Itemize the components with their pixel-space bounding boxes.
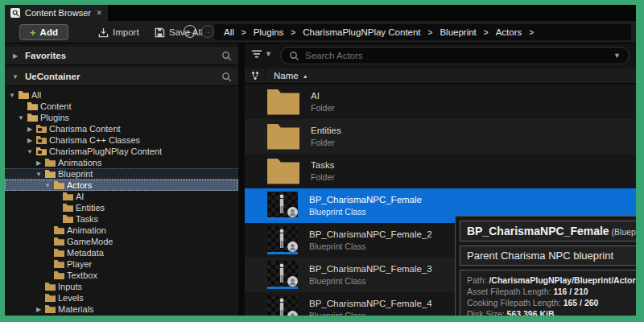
column-header-name[interactable]: Name ▲	[274, 71, 308, 80]
expander-icon[interactable]: ▼	[8, 92, 16, 99]
expander-icon[interactable]: ▼	[17, 114, 25, 122]
asset-name: AI	[311, 90, 335, 102]
expander-icon[interactable]: ▼	[43, 182, 52, 189]
hierarchy-icon[interactable]	[245, 68, 266, 84]
add-button-label: Add	[40, 27, 58, 37]
expander-icon[interactable]: ▶	[26, 126, 34, 133]
tree-item-label: Materials	[58, 304, 94, 314]
expander-icon[interactable]: ▼	[11, 73, 19, 80]
save-icon	[155, 27, 165, 38]
folder-icon	[45, 294, 56, 302]
tree-item-inputs[interactable]: Inputs	[5, 281, 238, 292]
sidebar-section-uecontainer[interactable]: ▼ UeContainer	[5, 68, 238, 86]
tree-item-content[interactable]: Content	[5, 101, 238, 112]
forward-button[interactable]: →	[201, 25, 214, 38]
tree-item-animation[interactable]: Animation	[5, 225, 238, 236]
tooltip-title-suffix: (Blueprint Class)	[609, 227, 636, 237]
asset-name: Tasks	[311, 159, 335, 171]
tree-item-label: Plugins	[40, 113, 69, 122]
sidebar: ▶ Favorites ▼ UeContainer ▼All Content	[5, 43, 238, 316]
section-label: UeContainer	[25, 72, 216, 81]
tree-item-animations[interactable]: ▶Animations	[5, 157, 238, 168]
tree-item-player[interactable]: Player	[5, 258, 238, 270]
expander-icon[interactable]: ▶	[35, 159, 43, 167]
asset-type: Blueprint Class	[309, 241, 432, 252]
expander-icon[interactable]: ▶	[26, 137, 34, 144]
tree-item-label: Actors	[67, 180, 92, 190]
breadcrumb-separator-icon: >	[242, 28, 246, 37]
tree-item-charisma-content[interactable]: ▶Charisma Content	[5, 123, 238, 134]
content-browser-icon	[10, 8, 20, 18]
tree-item-textbox[interactable]: Textbox	[5, 270, 238, 281]
tab-bar: Content Browser ✕	[5, 5, 636, 21]
breadcrumb-item-charismaplugnplay-content[interactable]: CharismaPlugNPlay Content	[303, 27, 420, 37]
section-label: Favorites	[25, 51, 216, 60]
tree-item-materials[interactable]: ▶Materials	[5, 303, 238, 315]
asset-row-tasks-folder[interactable]: TasksFolder	[245, 154, 636, 188]
folder-icon	[63, 215, 73, 223]
list-header: Name ▲	[245, 68, 636, 84]
asset-type: Folder	[311, 137, 341, 148]
search-placeholder: Search Actors	[305, 51, 608, 60]
character-figure-icon	[277, 229, 287, 250]
search-icon	[289, 51, 299, 61]
asset-tooltip: BP_CharismaNPC_Female (Blueprint Class) …	[455, 216, 636, 316]
tree-item-label: Animation	[67, 225, 106, 235]
chevron-down-icon: ▼	[265, 50, 272, 58]
search-icon[interactable]	[221, 51, 232, 61]
tree-item-plugins[interactable]: ▼Plugins	[5, 112, 238, 123]
asset-name: BP_CharismaNPC_Female	[309, 194, 422, 206]
panel-divider[interactable]	[238, 43, 245, 316]
search-icon[interactable]	[221, 72, 232, 82]
tree-item-all[interactable]: ▼All	[5, 89, 238, 101]
tree-item-actors[interactable]: ▼Actors	[5, 180, 238, 191]
import-button[interactable]: Import	[98, 24, 139, 40]
asset-row-entities-folder[interactable]: EntitiesFolder	[245, 119, 636, 154]
folder-open-icon	[45, 170, 56, 178]
import-label: Import	[113, 27, 139, 37]
breadcrumb-item-plugins[interactable]: Plugins	[254, 27, 284, 37]
asset-type: Blueprint Class	[309, 206, 422, 217]
tree-item-levels[interactable]: Levels	[5, 292, 238, 303]
sort-ascending-icon: ▲	[303, 73, 308, 79]
tree-item-label: Animations	[58, 158, 101, 167]
search-input[interactable]: Search Actors ▼	[280, 47, 630, 64]
asset-name: Entities	[311, 125, 341, 137]
asset-name: BP_CharismaNPC_Female_4	[309, 298, 432, 310]
tree-item-blueprint[interactable]: ▼Blueprint	[5, 168, 238, 180]
tree-item-ai[interactable]: AI	[5, 191, 238, 202]
close-icon[interactable]: ✕	[96, 9, 102, 17]
expander-icon[interactable]: ▼	[26, 148, 34, 155]
chevron-down-icon[interactable]: ▼	[613, 52, 621, 60]
forward-arrow-icon: →	[204, 27, 212, 35]
folder-icon	[45, 305, 56, 313]
expander-icon[interactable]: ▶	[35, 306, 43, 313]
tree-item-gamemode[interactable]: GameMode	[5, 236, 238, 247]
tree-item-label: Metadata	[67, 248, 104, 258]
tree-item-entities[interactable]: Entities	[5, 202, 238, 213]
breadcrumb-item-actors[interactable]: Actors	[496, 27, 522, 37]
expander-icon[interactable]: ▶	[11, 52, 19, 60]
tooltip-title: BP_CharismaNPC_Female	[467, 225, 609, 237]
tree-item-charisma-cpp-classes[interactable]: ▶Charisma C++ Classes	[5, 134, 238, 146]
folder-icon	[45, 159, 56, 167]
filter-button[interactable]: ▼	[251, 49, 272, 59]
tree-item-metadata[interactable]: Metadata	[5, 247, 238, 258]
tree-item-tasks[interactable]: Tasks	[5, 213, 238, 225]
tree-item-label: Levels	[58, 293, 84, 303]
asset-type: Blueprint Class	[309, 310, 432, 316]
expander-icon[interactable]: ▼	[35, 171, 43, 178]
plugin-folder-open-icon	[36, 147, 47, 155]
back-button[interactable]: ←	[184, 25, 196, 38]
tree-item-charismaplugnplay-content[interactable]: ▼CharismaPlugNPlay Content	[5, 146, 238, 157]
search-row: ▼ Search Actors ▼	[245, 47, 636, 65]
asset-row-ai-folder[interactable]: AIFolder	[245, 85, 636, 119]
tree-item-label: GameMode	[67, 237, 113, 246]
folder-open-icon	[27, 114, 38, 122]
add-button[interactable]: + Add	[19, 24, 68, 40]
breadcrumb-item-blueprint[interactable]: Blueprint	[440, 27, 476, 37]
asset-type: Folder	[311, 171, 335, 183]
breadcrumb-item-all[interactable]: All	[224, 27, 234, 37]
sidebar-section-favorites[interactable]: ▶ Favorites	[5, 47, 238, 65]
tab-content-browser[interactable]: Content Browser ✕	[5, 5, 108, 21]
